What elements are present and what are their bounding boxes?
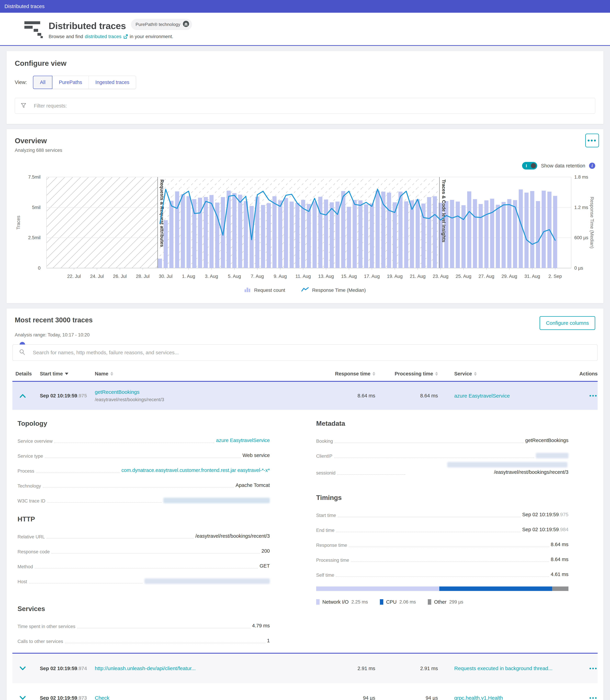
trace-service-link[interactable]: azure EasytravelService — [454, 393, 510, 399]
svg-text:30. Jul: 30. Jul — [159, 274, 173, 279]
detail-row: Start time Sep 02 10:19:59.975 — [316, 505, 568, 520]
trace-name: getRecentBookings /easytravel/rest/booki… — [95, 389, 305, 402]
redacted-value — [163, 498, 270, 503]
search-icon — [19, 349, 26, 356]
toggle-on-mark — [526, 164, 527, 167]
timings-legend-cpu: CPU 2.06 ms — [380, 599, 416, 605]
recent-traces-card: Most recent 3000 traces Configure column… — [6, 308, 604, 700]
external-link-icon[interactable] — [123, 34, 128, 39]
toggle-knob — [531, 163, 536, 168]
svg-text:1.2 ms: 1.2 ms — [574, 205, 588, 210]
trace-service: azure EasytravelService — [438, 393, 585, 399]
chevron-up-icon[interactable] — [19, 394, 26, 398]
svg-text:1. Aug: 1. Aug — [182, 274, 195, 279]
detail-row: W3C trace ID — [17, 491, 270, 505]
overview-more-actions-button[interactable]: ••• — [585, 133, 599, 147]
table-row[interactable]: Sep 02 10:19:59.974 http://unleash.unlea… — [12, 654, 598, 683]
table-row-selected[interactable]: Sep 02 10:19:59.975 getRecentBookings /e… — [12, 381, 598, 410]
sort-icon — [435, 372, 438, 376]
trace-service-link[interactable]: Requests executed in background thread..… — [454, 666, 552, 671]
recent-traces-title: Most recent 3000 traces — [15, 316, 93, 324]
detail-row: Service overview azure EasytravelService — [17, 431, 270, 446]
col-name[interactable]: Name — [95, 371, 305, 377]
timings-bar-segment — [552, 587, 568, 591]
trace-service-link[interactable]: grpc.health.v1.Health — [454, 695, 503, 700]
svg-text:24. Jul: 24. Jul — [90, 274, 104, 279]
svg-text:7. Aug: 7. Aug — [251, 274, 264, 279]
view-option-ingested-traces[interactable]: Ingested traces — [89, 76, 136, 89]
svg-text:21. Aug: 21. Aug — [410, 274, 426, 279]
expanded-trace-group: Sep 02 10:19:59.975 getRecentBookings /e… — [12, 381, 598, 654]
view-option-all[interactable]: All — [33, 76, 52, 89]
detail-row: Service type Web service — [17, 446, 270, 461]
info-icon[interactable]: i — [589, 163, 595, 169]
svg-text:Traces & Code level insights: Traces & Code level insights — [441, 179, 446, 242]
svg-text:9. Aug: 9. Aug — [274, 274, 287, 279]
detail-row: Host — [17, 571, 270, 586]
service-overview-link[interactable]: azure EasytravelService — [216, 438, 270, 443]
col-start-time[interactable]: Start time — [33, 371, 95, 377]
svg-text:25. Aug: 25. Aug — [455, 274, 471, 279]
configure-view-title: Configure view — [15, 59, 595, 67]
svg-text:23. Aug: 23. Aug — [433, 274, 449, 279]
svg-text:0 µs: 0 µs — [574, 266, 583, 271]
filter-requests-input[interactable] — [15, 98, 595, 114]
services-title: Services — [17, 605, 270, 612]
configure-view-card: Configure view View: All PurePaths Inges… — [6, 51, 604, 124]
trace-name-link[interactable]: http://unleash.unleash-dev/api/client/fe… — [95, 666, 196, 671]
row-actions-button[interactable]: ••• — [585, 393, 598, 399]
show-data-retention-toggle[interactable] — [522, 162, 537, 170]
row-actions-button[interactable]: ••• — [585, 695, 598, 700]
svg-text:17. Aug: 17. Aug — [364, 274, 380, 279]
chevron-down-icon[interactable] — [19, 696, 26, 700]
redacted-value — [447, 462, 567, 467]
distributed-traces-link[interactable]: distributed traces — [85, 34, 122, 39]
svg-text:0: 0 — [38, 266, 41, 271]
sort-icon — [372, 372, 375, 376]
timings-legend-other: Other 299 µs — [428, 599, 463, 605]
chevron-down-icon[interactable] — [19, 666, 26, 671]
view-option-purepaths[interactable]: PurePaths — [52, 76, 89, 89]
svg-text:Response Time (Median): Response Time (Median) — [589, 197, 595, 249]
purepath-technology-badge: PurePath® technology — [131, 19, 192, 30]
view-segmented-control: All PurePaths Ingested traces — [33, 76, 136, 89]
detail-row: Processing time 8.64 ms — [316, 550, 568, 565]
col-processing-time[interactable]: Processing time — [375, 371, 438, 377]
svg-text:11. Aug: 11. Aug — [295, 274, 311, 279]
detail-row: Process com.dynatrace.easytravel.custome… — [17, 461, 270, 476]
detail-row: sessionid /easytravel/rest/bookings/rece… — [316, 461, 568, 477]
svg-text:Traces: Traces — [16, 216, 21, 229]
legend-request-count[interactable]: Request count — [244, 287, 285, 294]
traces-search-input[interactable] — [12, 345, 598, 361]
detail-row: Response time 8.64 ms — [316, 535, 568, 550]
overview-title: Overview — [15, 137, 595, 145]
process-link[interactable]: com.dynatrace.easytravel.customer.fronte… — [122, 467, 270, 473]
detail-row: ClientIP — [316, 446, 568, 461]
table-row[interactable]: Sep 02 10:19:59.973 Check 94 µs 94 µs gr… — [12, 683, 598, 700]
topbar-title: Distributed traces — [4, 3, 45, 9]
row-actions-button[interactable]: ••• — [585, 665, 598, 672]
redacted-value — [144, 578, 270, 584]
traces-table-header: Details Start time Name Response time Pr… — [12, 366, 598, 381]
trace-response-time: 94 µs — [305, 695, 375, 700]
trace-name-link[interactable]: getRecentBookings — [95, 389, 140, 395]
detail-row: Response code 200 — [17, 541, 270, 556]
svg-text:2.5mil: 2.5mil — [28, 235, 41, 240]
purepath-icon — [183, 21, 189, 28]
svg-text:19. Aug: 19. Aug — [387, 274, 403, 279]
filter-funnel-icon — [21, 102, 27, 109]
traces-overview-chart[interactable]: Requests & Request attributesTraces & Co… — [15, 172, 595, 284]
svg-text:31. Aug: 31. Aug — [524, 274, 540, 279]
col-response-time[interactable]: Response time — [305, 371, 375, 377]
page-title: Distributed traces — [49, 20, 126, 31]
sort-desc-icon — [65, 373, 68, 375]
detail-row: Relative URL /easytravel/rest/bookings/r… — [17, 526, 270, 541]
timings-bar-segment — [316, 587, 439, 591]
overview-card: ••• Overview Analyzing 688 services Show… — [6, 129, 604, 303]
trace-name-link[interactable]: Check — [95, 695, 109, 700]
legend-response-time[interactable]: Response Time (Median) — [301, 287, 366, 293]
configure-columns-button[interactable]: Configure columns — [540, 316, 595, 330]
col-service[interactable]: Service — [438, 371, 585, 377]
detail-row: Technology Apache Tomcat — [17, 476, 270, 491]
detail-row: Booking getRecentBookings — [316, 431, 568, 446]
